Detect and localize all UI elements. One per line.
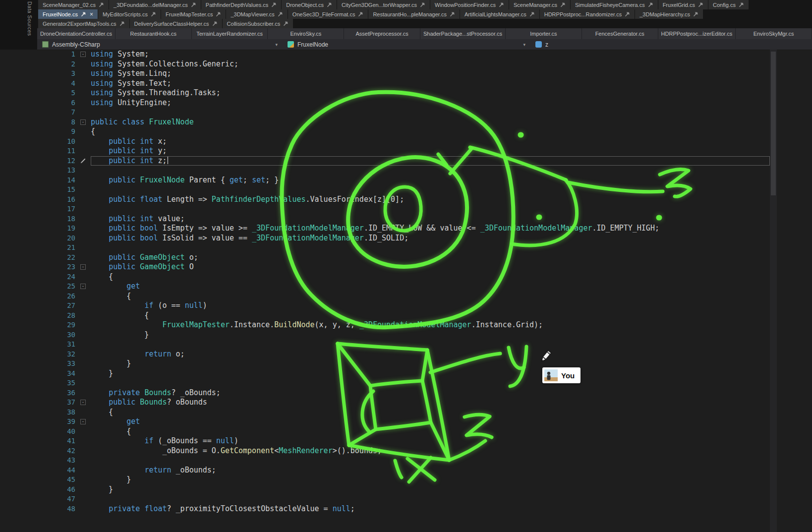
code-line[interactable]: 29 FruxelMapTester.Instance.BuildNode(x,… bbox=[0, 320, 812, 330]
pin-icon[interactable] bbox=[278, 11, 283, 17]
code-line[interactable]: 26 { bbox=[0, 292, 812, 301]
document-tab[interactable]: Generator2ExportMapTools.cs bbox=[38, 19, 129, 28]
close-icon[interactable]: × bbox=[90, 12, 93, 17]
member-dropdown[interactable]: z bbox=[530, 39, 812, 50]
fold-collapse-icon[interactable]: - bbox=[80, 419, 86, 424]
fold-collapse-icon[interactable]: - bbox=[80, 119, 86, 125]
pin-icon[interactable] bbox=[560, 2, 566, 7]
fold-collapse-icon[interactable]: - bbox=[80, 52, 86, 57]
pin-icon[interactable] bbox=[693, 11, 698, 17]
code-line[interactable]: 25- get bbox=[0, 282, 812, 292]
pin-icon[interactable] bbox=[648, 2, 653, 7]
code-line[interactable]: 21 bbox=[0, 243, 812, 253]
document-tab[interactable]: DeliverySurfaceClassHelper.cs bbox=[130, 19, 222, 28]
code-line[interactable]: 27 if (o == null) bbox=[0, 301, 812, 311]
pin-icon[interactable] bbox=[99, 2, 104, 7]
document-tab[interactable]: MyEditorScripts.cs bbox=[98, 9, 161, 19]
code-line[interactable]: 1-using System; bbox=[0, 50, 812, 59]
document-tab[interactable]: SceneManager_02.cs bbox=[38, 0, 109, 9]
code-line[interactable]: 9{ bbox=[0, 127, 812, 137]
code-line[interactable]: 47 bbox=[0, 494, 812, 504]
document-tab[interactable]: CityGen3DGen...torWrapper.cs bbox=[337, 0, 430, 9]
pin-icon[interactable] bbox=[420, 2, 425, 7]
code-line[interactable]: 7 bbox=[0, 108, 812, 118]
document-tab[interactable]: Config.cs bbox=[708, 0, 749, 9]
code-line[interactable]: 12 public int z; bbox=[0, 156, 812, 166]
document-tab[interactable]: RestaurantHook.cs bbox=[116, 28, 192, 39]
code-line[interactable]: 44 return _oBounds; bbox=[0, 466, 812, 475]
document-tab[interactable]: FruxelMapTester.cs bbox=[161, 9, 226, 19]
code-line[interactable]: 24 { bbox=[0, 272, 812, 282]
pin-icon[interactable] bbox=[529, 11, 535, 17]
code-line[interactable]: 18 public int value; bbox=[0, 214, 812, 224]
document-tab[interactable]: ShaderPackage...stProcessor.cs bbox=[420, 28, 506, 39]
document-tab[interactable]: DroneOrientationController.cs bbox=[37, 28, 116, 39]
code-line[interactable]: 42 _oBounds = O.GetComponent<MeshRendere… bbox=[0, 446, 812, 456]
code-line[interactable]: 32 return o; bbox=[0, 350, 812, 359]
document-tab[interactable]: SceneManager.cs bbox=[509, 0, 570, 9]
document-tab[interactable]: _3DMapHierarchy.cs bbox=[635, 9, 703, 19]
pin-icon[interactable] bbox=[739, 2, 744, 7]
data-sources-tool-tab[interactable]: Data Sources bbox=[27, 1, 33, 36]
document-tab[interactable]: FruxelNode.cs× bbox=[38, 9, 98, 19]
code-line[interactable]: 46 } bbox=[0, 485, 812, 495]
code-line[interactable]: 36 private Bounds? _oBounds; bbox=[0, 388, 812, 398]
pin-icon[interactable] bbox=[191, 2, 196, 7]
code-line[interactable]: 34 } bbox=[0, 369, 812, 379]
document-tab[interactable]: DroneObject.cs bbox=[282, 0, 337, 9]
document-tab[interactable]: HDRPPostproc...Randomizer.cs bbox=[540, 9, 635, 19]
document-tab[interactable]: _3DMapViewer.cs bbox=[226, 9, 287, 19]
code-line[interactable]: 8-public class FruxelNode bbox=[0, 118, 812, 127]
code-line[interactable]: 11 public int y; bbox=[0, 146, 812, 156]
pin-icon[interactable] bbox=[81, 11, 86, 17]
document-tab[interactable]: Importer.cs bbox=[506, 28, 582, 39]
code-line[interactable]: 31 bbox=[0, 340, 812, 350]
pin-icon[interactable] bbox=[499, 2, 504, 7]
pin-icon[interactable] bbox=[119, 21, 125, 26]
document-tab[interactable]: _3DFoundatio...delManager.cs bbox=[109, 0, 201, 9]
pin-icon[interactable] bbox=[216, 11, 221, 17]
code-line[interactable]: 45 } bbox=[0, 475, 812, 485]
document-tab[interactable]: FencesGenerator.cs bbox=[582, 28, 658, 39]
document-tab[interactable]: OneSec3D_FileFormat.cs bbox=[288, 9, 368, 19]
document-tab[interactable]: PathfinderDepthValues.cs bbox=[201, 0, 281, 9]
fold-collapse-icon[interactable]: - bbox=[80, 264, 86, 270]
document-tab[interactable]: TerrainLayerRandomizer.cs bbox=[192, 28, 268, 39]
project-dropdown[interactable]: Assembly-CSharp ▾ bbox=[37, 39, 283, 50]
code-line[interactable]: 35 bbox=[0, 378, 812, 388]
code-line[interactable]: 16 public float Length => PathfinderDept… bbox=[0, 195, 812, 205]
document-tab[interactable]: AssetPreprocessor.cs bbox=[344, 28, 420, 39]
code-line[interactable]: 10 public int x; bbox=[0, 137, 812, 147]
pin-icon[interactable] bbox=[271, 2, 277, 7]
editor-scrollbar[interactable] bbox=[770, 50, 777, 532]
pin-icon[interactable] bbox=[283, 21, 289, 26]
scrollbar-thumb[interactable] bbox=[771, 52, 776, 195]
code-line[interactable]: 23- public GameObject O bbox=[0, 262, 812, 272]
pin-icon[interactable] bbox=[151, 11, 156, 17]
code-editor[interactable]: 1-using System;2using System.Collections… bbox=[0, 50, 812, 532]
document-tab[interactable]: SimulatedFisheyeCamera.cs bbox=[571, 0, 658, 9]
code-line[interactable]: 15 bbox=[0, 185, 812, 195]
document-tab[interactable]: RestaurantHo...pleManager.cs bbox=[368, 9, 460, 19]
code-line[interactable]: 20 public bool IsSolid => value == _3DFo… bbox=[0, 234, 812, 243]
code-line[interactable]: 43 bbox=[0, 456, 812, 466]
document-tab[interactable]: FruxelGrid.cs bbox=[658, 0, 708, 9]
code-line[interactable]: 17 bbox=[0, 204, 812, 214]
code-line[interactable]: 30 } bbox=[0, 330, 812, 340]
fold-collapse-icon[interactable]: - bbox=[80, 284, 86, 289]
document-tab[interactable]: EnviroSky.cs bbox=[268, 28, 344, 39]
code-line[interactable]: 6using UnityEngine; bbox=[0, 98, 812, 108]
code-line[interactable]: 33 } bbox=[0, 359, 812, 369]
document-tab[interactable]: EnviroSkyMgr.cs bbox=[736, 28, 812, 39]
fold-collapse-icon[interactable]: - bbox=[80, 400, 86, 405]
code-line[interactable]: 41 if (_oBounds == null) bbox=[0, 436, 812, 446]
code-line[interactable]: 22 public GameObject o; bbox=[0, 253, 812, 263]
document-tab[interactable]: ArtificialLightsManager.cs bbox=[460, 9, 539, 19]
document-tab[interactable]: CollisionSubscriber.cs bbox=[223, 19, 293, 28]
code-line[interactable]: 28 { bbox=[0, 311, 812, 321]
code-line[interactable]: 37- public Bounds? oBounds bbox=[0, 398, 812, 408]
code-line[interactable]: 39- get bbox=[0, 417, 812, 427]
pin-icon[interactable] bbox=[450, 11, 455, 17]
code-line[interactable]: 4using System.Text; bbox=[0, 79, 812, 89]
code-line[interactable]: 48 private float? _proximityToClosestObs… bbox=[0, 504, 812, 514]
